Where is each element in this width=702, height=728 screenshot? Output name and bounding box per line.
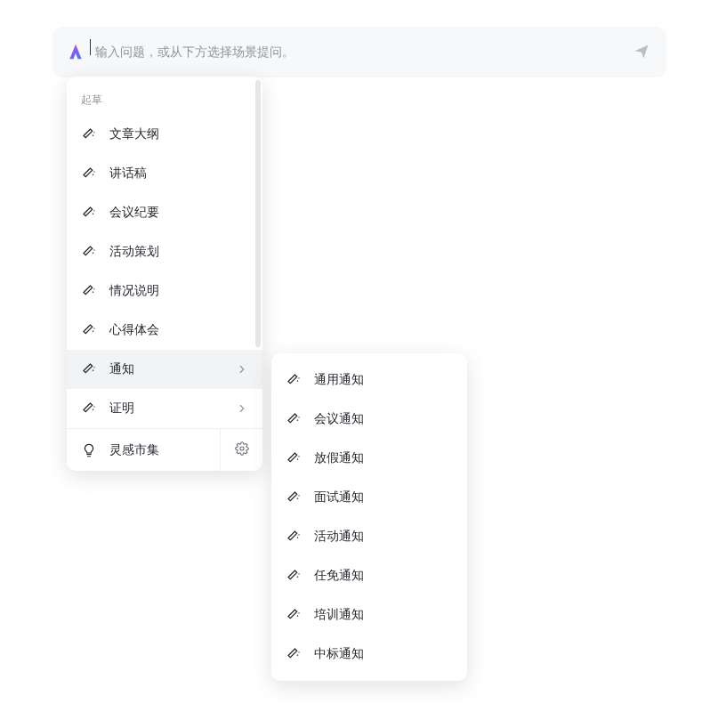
menu-item-label: 心得体会 [109,322,248,338]
wand-icon [286,411,302,427]
menu-item-situation-report[interactable]: 情况说明 [67,271,262,311]
scenario-dropdown: 起草 文章大纲 讲话稿 会议纪要 活动策划 [67,77,262,471]
menu-item-label: 证明 [109,400,236,417]
menu-item-label: 文章大纲 [109,126,248,142]
menu-item-label: 情况说明 [109,283,248,299]
submenu-item-training-notice[interactable]: 培训通知 [271,595,467,635]
wand-icon [286,568,302,584]
wand-icon [81,361,97,377]
wand-icon [81,205,97,221]
menu-item-notice[interactable]: 通知 [67,350,262,389]
dropdown-footer: 灵感市集 [67,428,262,471]
menu-item-reflection[interactable]: 心得体会 [67,311,262,350]
submenu-item-label: 任免通知 [314,568,364,584]
prompt-input[interactable] [95,44,631,59]
menu-item-meeting-minutes[interactable]: 会议纪要 [67,193,262,232]
wand-icon [286,450,302,466]
submenu-item-label: 培训通知 [314,607,364,623]
wand-icon [286,607,302,623]
menu-item-label: 会议纪要 [109,205,248,221]
menu-item-speech-draft[interactable]: 讲话稿 [67,154,262,193]
inspiration-market-button[interactable]: 灵感市集 [67,429,220,471]
wand-icon [81,166,97,182]
submenu-item-label: 中标通知 [314,646,364,662]
menu-item-proof[interactable]: 证明 [67,389,262,428]
app-logo-icon [67,43,85,61]
text-cursor [90,39,91,55]
wand-icon [81,126,97,142]
lightbulb-icon [81,442,97,458]
submenu-item-label: 面试通知 [314,489,364,506]
wand-icon [286,489,302,506]
submenu-item-label: 活动通知 [314,529,364,545]
wand-icon [286,372,302,388]
prompt-input-bar [52,27,666,77]
chevron-right-icon [236,402,248,415]
submenu-item-interview-notice[interactable]: 面试通知 [271,478,467,517]
footer-label: 灵感市集 [109,442,159,458]
notice-submenu: 通用通知 会议通知 放假通知 面试通知 活动通知 [271,353,467,681]
submenu-item-appointment-notice[interactable]: 任免通知 [271,556,467,595]
submenu-item-holiday-notice[interactable]: 放假通知 [271,439,467,478]
menu-item-label: 讲话稿 [109,166,248,182]
wand-icon [81,322,97,338]
submenu-item-label: 会议通知 [314,411,364,427]
submenu-item-label: 放假通知 [314,450,364,466]
menu-item-label: 通知 [109,361,236,377]
settings-button[interactable] [220,429,262,471]
menu-item-article-outline[interactable]: 文章大纲 [67,115,262,154]
wand-icon [81,400,97,417]
gear-icon [235,441,249,459]
menu-item-label: 活动策划 [109,244,248,260]
submenu-item-general-notice[interactable]: 通用通知 [271,360,467,400]
menu-item-event-planning[interactable]: 活动策划 [67,232,262,271]
wand-icon [286,646,302,662]
chevron-right-icon [236,363,248,376]
wand-icon [81,283,97,299]
wand-icon [286,529,302,545]
submenu-item-activity-notice[interactable]: 活动通知 [271,517,467,556]
wand-icon [81,244,97,260]
send-button[interactable] [631,41,652,62]
submenu-item-bid-notice[interactable]: 中标通知 [271,635,467,674]
svg-point-0 [240,447,244,450]
submenu-item-meeting-notice[interactable]: 会议通知 [271,400,467,439]
submenu-item-label: 通用通知 [314,372,364,388]
section-label: 起草 [67,89,262,115]
